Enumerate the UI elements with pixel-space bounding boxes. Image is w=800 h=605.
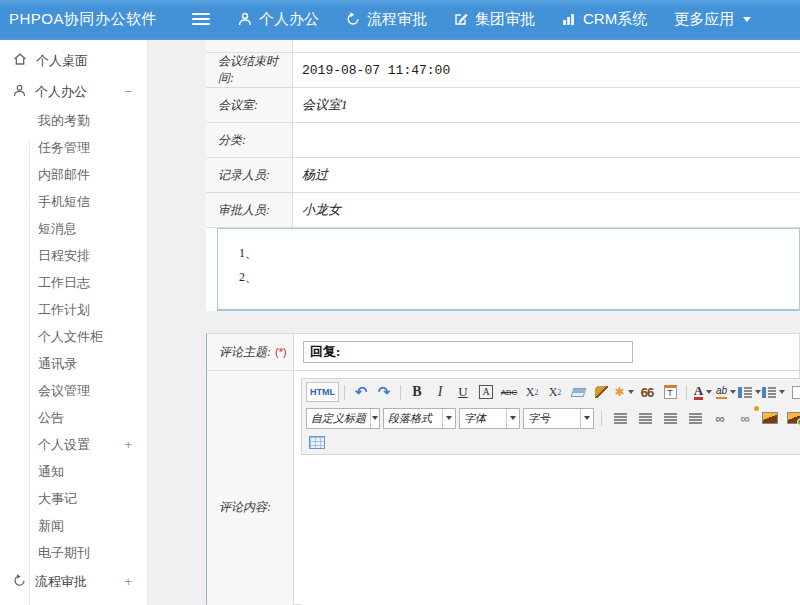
font-family-select[interactable]: 字体 [459,408,520,429]
caret-down-icon [628,390,634,394]
font-size-select[interactable]: 字号 [523,408,594,429]
eraser-icon[interactable] [567,382,589,402]
field-label: 评论内容: [207,371,294,605]
sidebar-item-schedule[interactable]: 日程安排 [0,242,147,269]
field-value: 小龙女 [302,201,341,219]
sidebar-item-personal-office[interactable]: 个人办公 − [0,76,147,107]
new-document-button[interactable] [786,382,800,402]
justify-icon [689,413,702,424]
italic-button[interactable]: I [429,382,451,402]
field-label: 审批人员: [206,193,293,227]
caret-down-icon [730,390,736,394]
field-label: 分类: [206,123,293,157]
unordered-list-button[interactable] [762,382,785,402]
sidebar-item-work-log[interactable]: 工作日志 [0,269,147,296]
align-center-button[interactable] [634,408,656,428]
person-icon [238,12,252,26]
nav-more-apps[interactable]: 更多应用 [674,10,751,29]
insert-image-button[interactable] [759,408,781,428]
nav-group-approval[interactable]: 集团审批 [454,10,535,29]
field-value: 杨过 [302,166,328,184]
category-row: 分类: [206,123,800,158]
image-add-icon [787,412,800,424]
sidebar-item-personal-file-cabinet[interactable]: 个人文件柜 [0,323,147,350]
remove-link-button[interactable]: ∞ [734,408,756,428]
superscript-button[interactable]: X2 [521,382,543,402]
home-icon [13,52,27,69]
sidebar-item-internal-mail[interactable]: 内部邮件 [0,161,147,188]
meeting-detail-table: 会议结束时间: 2019-08-07 11:47:00 会议室: 会议室1 分类… [206,40,800,311]
comment-subject-row: 评论主题: (*) [207,334,799,371]
sidebar-item-work-plan[interactable]: 工作计划 [0,296,147,323]
sidebar-item-short-message[interactable]: 短消息 [0,215,147,242]
align-left-button[interactable] [609,408,631,428]
html-source-button[interactable]: HTML [306,382,339,402]
sidebar-item-e-journal[interactable]: 电子期刊 [0,539,147,566]
menu-toggle-icon[interactable] [192,13,210,25]
insert-link-button[interactable]: ∞ [709,408,731,428]
sidebar-item-personal-desktop[interactable]: 个人桌面 [0,45,147,76]
align-right-button[interactable] [659,408,681,428]
collapse-icon[interactable]: − [124,84,132,99]
table-grid-icon [309,436,325,449]
redo-icon[interactable]: ↷ [373,382,395,402]
auto-format-wand-button[interactable]: ✱ [613,382,635,402]
nav-personal-office[interactable]: 个人办公 [238,10,319,29]
expand-icon[interactable]: + [124,437,132,452]
content-area: 会议结束时间: 2019-08-07 11:47:00 会议室: 会议室1 分类… [148,40,800,605]
field-label: 会议结束时间: [206,53,293,87]
caret-down-icon [779,390,785,394]
custom-heading-select[interactable]: 自定义标题 [306,408,380,429]
justify-button[interactable] [684,408,706,428]
field-label: 会议室: [206,88,293,122]
strikethrough-button[interactable]: ABC [498,382,520,402]
font-color-button[interactable]: A [692,382,714,402]
ordered-list-icon [738,387,752,398]
sidebar-item-news[interactable]: 新闻 [0,512,147,539]
nav-workflow-approval[interactable]: 流程审批 [346,10,427,29]
toolbar-row-2: 自定义标题 段落格式 字体 字号 ∞ ∞ [306,404,800,432]
field-value: 2019-08-07 11:47:00 [302,63,450,78]
blockquote-button[interactable]: 66 [636,382,658,402]
bar-chart-icon [562,12,576,26]
highlight-button[interactable]: ab [715,382,737,402]
person-icon [13,84,26,100]
format-brush-icon[interactable] [590,382,612,402]
nav-crm-system[interactable]: CRM系统 [562,10,647,29]
paste-text-button[interactable]: T [659,382,681,402]
underline-button[interactable]: U [452,382,474,402]
comment-content-row: 评论内容: HTML ↶ ↷ B I U A A [207,371,799,605]
sidebar-item-contacts[interactable]: 通讯录 [0,350,147,377]
expand-icon[interactable]: + [124,574,132,589]
sidebar-item-meeting-management[interactable]: 会议管理 [0,377,147,404]
insert-table-button[interactable] [306,433,328,453]
bold-button[interactable]: B [406,382,428,402]
paragraph-format-select[interactable]: 段落格式 [383,408,456,429]
ordered-list-button[interactable] [738,382,761,402]
caret-down-icon [755,390,761,394]
align-left-icon [614,413,627,424]
font-style-button[interactable]: A [475,382,497,402]
toolbar-row-1: HTML ↶ ↷ B I U A ABC X2 X2 [306,380,800,404]
meeting-end-time-row: 会议结束时间: 2019-08-07 11:47:00 [206,53,800,88]
sidebar-item-my-attendance[interactable]: 我的考勤 [0,107,147,134]
blank-page-icon [792,386,800,399]
sidebar-item-announcement[interactable]: 公告 [0,404,147,431]
comment-subject-input[interactable] [303,341,633,363]
sidebar-item-task-management[interactable]: 任务管理 [0,134,147,161]
sidebar-item-notice[interactable]: 通知 [0,458,147,485]
caret-down-icon [506,409,519,428]
editor-content[interactable] [301,455,800,605]
top-navbar: PHPOA协同办公软件 个人办公 流程审批 集团审批 CRM系统 更多应用 [0,0,800,40]
section-gap [206,311,800,333]
sidebar-item-personal-settings[interactable]: 个人设置 + [0,431,147,458]
sidebar-item-memorabilia[interactable]: 大事记 [0,485,147,512]
subscript-button[interactable]: X2 [544,382,566,402]
sidebar-item-workflow-approval[interactable]: 流程审批 + [0,566,147,597]
flow-cycle-icon [13,574,26,590]
flow-cycle-icon [346,12,360,26]
sidebar-item-mobile-sms[interactable]: 手机短信 [0,188,147,215]
undo-icon[interactable]: ↶ [350,382,372,402]
upload-image-button[interactable] [784,408,800,428]
align-center-icon [639,413,652,424]
